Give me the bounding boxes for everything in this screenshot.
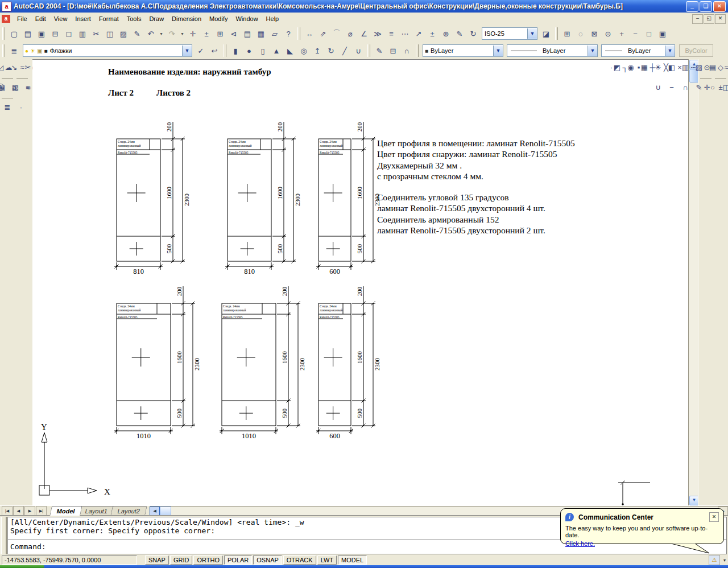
zoom-extents-button[interactable]: ▣ bbox=[656, 27, 669, 40]
copy-button[interactable]: ◫ bbox=[103, 27, 117, 40]
intersect-button[interactable]: ∩ bbox=[679, 81, 692, 94]
paste-button[interactable]: ▨ bbox=[117, 27, 130, 40]
prev-tab-button[interactable]: ◀ bbox=[13, 506, 24, 516]
solid-cone-button[interactable]: ▲ bbox=[270, 44, 283, 57]
tray-expand-arrow[interactable]: ▾ bbox=[723, 558, 726, 563]
continue-dimension-button[interactable]: ⋯ bbox=[398, 27, 412, 40]
chevron-down-icon[interactable]: ▼ bbox=[665, 46, 675, 56]
zoom-out-button[interactable]: − bbox=[628, 27, 642, 40]
snap-to-intersection-button[interactable]: ╳ bbox=[659, 61, 673, 74]
solid-wedge-button[interactable]: ◣ bbox=[283, 44, 297, 57]
zoom-window-button[interactable]: ⊞ bbox=[560, 27, 574, 40]
doc-close-button[interactable]: ✕ bbox=[715, 14, 726, 24]
3d-views-button[interactable]: ▧ bbox=[9, 81, 22, 94]
menu-file[interactable]: File bbox=[13, 14, 31, 24]
angular-dimension-button[interactable]: ∠ bbox=[357, 27, 371, 40]
chevron-down-icon[interactable]: ▼ bbox=[588, 46, 597, 56]
snap-to-endpoint-button[interactable]: ▪ bbox=[632, 61, 646, 74]
layer-on-icon[interactable]: ● bbox=[25, 48, 28, 54]
baseline-dimension-button[interactable]: ≡ bbox=[384, 27, 398, 40]
save-file-button[interactable]: ▣ bbox=[35, 27, 48, 40]
dimension-style-button[interactable]: ◪ bbox=[539, 27, 553, 40]
horizontal-scroll-thumb[interactable] bbox=[160, 507, 171, 516]
radius-dimension-button[interactable]: ⌒ bbox=[330, 27, 344, 40]
next-tab-button[interactable]: ▶ bbox=[24, 506, 35, 516]
vertical-scrollbar[interactable]: ▲ ▼ bbox=[688, 59, 698, 505]
list-button[interactable]: ≣ bbox=[1, 101, 14, 114]
layer-previous-button[interactable]: ↩ bbox=[208, 44, 221, 57]
layer-lock-icon[interactable]: ▣ bbox=[37, 48, 42, 54]
zoom-window-button[interactable]: ⊞ bbox=[213, 27, 227, 40]
undo-button[interactable]: ↶ bbox=[144, 27, 158, 40]
snap-to-extension-button[interactable]: ┄ bbox=[686, 61, 700, 74]
plot-button[interactable]: ⊟ bbox=[48, 27, 62, 40]
menu-edit[interactable]: Edit bbox=[31, 14, 50, 24]
union-button[interactable]: ∪ bbox=[351, 44, 365, 57]
publish-button[interactable]: ▥ bbox=[76, 27, 89, 40]
spline-button[interactable]: ≈ bbox=[15, 61, 29, 74]
zoom-dynamic-button[interactable]: ◌ bbox=[574, 27, 588, 40]
revision-cloud-button[interactable]: ☁ bbox=[2, 61, 15, 74]
solid-torus-button[interactable]: ◎ bbox=[297, 44, 311, 57]
snap-to-quadrant-button[interactable]: ◇ bbox=[714, 61, 727, 74]
redo-list-button[interactable]: ▾ bbox=[179, 27, 186, 40]
toggle-otrack[interactable]: OTRACK bbox=[283, 555, 316, 565]
subtract-button[interactable]: − bbox=[665, 81, 679, 94]
temporary-tracking-point-button[interactable]: ∙ bbox=[605, 61, 618, 74]
quick-leader-button[interactable]: ↗ bbox=[412, 27, 425, 40]
zoom-realtime-button[interactable]: ± bbox=[200, 27, 213, 40]
menu-view[interactable]: View bbox=[50, 14, 72, 24]
layer-properties-manager-button[interactable]: ≣ bbox=[7, 44, 21, 57]
undo-list-button[interactable]: ▾ bbox=[158, 27, 165, 40]
coordinate-display[interactable]: -14753.5583, -75949.7570, 0.0000 bbox=[2, 555, 137, 565]
revolve-button[interactable]: ↻ bbox=[324, 44, 338, 57]
properties-palette-button[interactable]: ▤ bbox=[241, 27, 254, 40]
minimize-button[interactable]: _ bbox=[686, 1, 698, 12]
designcenter-button[interactable]: ▦ bbox=[254, 27, 268, 40]
color-control-combo[interactable]: ■ ByLayer ▼ bbox=[423, 44, 503, 57]
drawing-canvas[interactable]: Наименование изделия: наружний тамбурЛис… bbox=[32, 59, 688, 506]
doc-minimize-button[interactable]: – bbox=[692, 14, 703, 24]
tab-model[interactable]: Model bbox=[49, 506, 82, 516]
dimension-update-button[interactable]: ↻ bbox=[466, 27, 480, 40]
toolbar-grip[interactable] bbox=[367, 44, 370, 57]
communication-center-tray-icon[interactable]: ⚠ bbox=[709, 555, 720, 565]
tab-layout1[interactable]: Layout1 bbox=[78, 506, 115, 516]
restore-button[interactable]: ❏ bbox=[700, 1, 712, 12]
new-file-button[interactable]: ▢ bbox=[7, 27, 21, 40]
zoom-previous-button[interactable]: ⊲ bbox=[227, 27, 241, 40]
toggle-polar[interactable]: POLAR bbox=[224, 555, 252, 565]
diameter-dimension-button[interactable]: ⌀ bbox=[344, 27, 357, 40]
union-button[interactable]: ∪ bbox=[651, 81, 665, 94]
help-button[interactable]: ? bbox=[282, 27, 295, 40]
extrude-button[interactable]: ↥ bbox=[311, 44, 324, 57]
close-button[interactable]: ✕ bbox=[713, 1, 726, 12]
toolbar-grip[interactable] bbox=[2, 27, 5, 40]
toolbar-grip[interactable] bbox=[297, 27, 300, 40]
slice-button[interactable]: ╱ bbox=[338, 44, 351, 57]
doc-restore-button[interactable]: ◱ bbox=[704, 14, 714, 24]
snap-from-button[interactable]: ┐ bbox=[618, 61, 632, 74]
menu-draw[interactable]: Draw bbox=[145, 14, 168, 24]
chevron-down-icon[interactable]: ▼ bbox=[182, 46, 192, 56]
cut-button[interactable]: ✂ bbox=[89, 27, 103, 40]
menu-window[interactable]: Window bbox=[231, 14, 262, 24]
solid-sphere-button[interactable]: ● bbox=[242, 44, 256, 57]
toggle-ortho[interactable]: ORTHO bbox=[193, 555, 223, 565]
markup-set-manager-button[interactable]: ▱ bbox=[268, 27, 282, 40]
solid-box-button[interactable]: ▮ bbox=[229, 44, 242, 57]
toggle-lwt[interactable]: LWT bbox=[317, 555, 337, 565]
layer-combo[interactable]: ● ☀ ▣ ■ Флажки ▼ bbox=[23, 44, 192, 57]
linear-dimension-button[interactable]: ↔ bbox=[303, 27, 316, 40]
toggle-osnap[interactable]: OSNAP bbox=[253, 555, 282, 565]
zoom-in-button[interactable]: + bbox=[615, 27, 628, 40]
snap-to-center-button[interactable]: ⊙ bbox=[700, 61, 714, 74]
hscroll-left-arrow[interactable]: ◀ bbox=[150, 507, 160, 516]
make-object-layer-current-button[interactable]: ✓ bbox=[194, 44, 208, 57]
linetype-control-combo[interactable]: ByLayer ▼ bbox=[507, 44, 598, 57]
open-file-button[interactable]: ▤ bbox=[21, 27, 35, 40]
snap-to-apparent-intersection-button[interactable]: × bbox=[673, 61, 686, 74]
last-tab-button[interactable]: ▶| bbox=[36, 506, 47, 516]
toggle-model[interactable]: MODEL bbox=[338, 555, 367, 565]
zoom-center-button[interactable]: ⊙ bbox=[601, 27, 615, 40]
